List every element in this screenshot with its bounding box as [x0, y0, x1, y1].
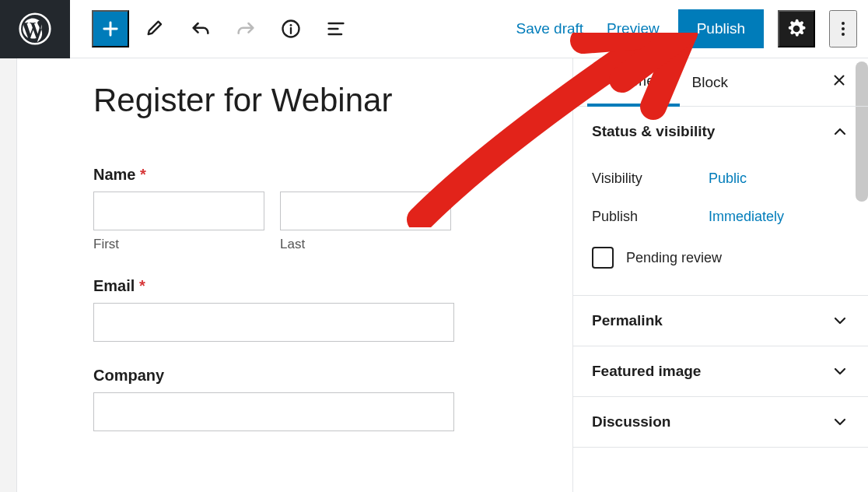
first-name-sublabel: First — [93, 237, 264, 252]
info-button[interactable] — [272, 10, 310, 47]
tab-block[interactable]: Block — [680, 60, 740, 105]
close-icon — [831, 72, 848, 89]
page-title[interactable]: Register for Webinar — [93, 82, 572, 119]
settings-button[interactable] — [778, 10, 815, 47]
undo-icon — [190, 18, 212, 40]
save-draft-button[interactable]: Save draft — [511, 14, 588, 44]
first-name-input[interactable] — [93, 192, 264, 230]
svg-point-3 — [842, 22, 845, 25]
editor-canvas[interactable]: Register for Webinar Name * First Last E… — [0, 58, 572, 492]
gear-icon — [786, 19, 807, 39]
company-field-label: Company — [93, 367, 572, 385]
wordpress-logo[interactable] — [0, 0, 70, 58]
svg-point-4 — [842, 27, 845, 30]
chevron-down-icon — [831, 311, 849, 330]
visibility-value[interactable]: Public — [709, 170, 747, 187]
chevron-down-icon — [831, 413, 849, 431]
redo-icon — [235, 18, 257, 40]
email-input[interactable] — [93, 303, 454, 342]
more-options-button[interactable] — [829, 10, 857, 47]
tab-document[interactable]: Document — [587, 58, 680, 107]
undo-button[interactable] — [182, 10, 219, 47]
company-input[interactable] — [93, 392, 454, 431]
chevron-down-icon — [831, 362, 849, 381]
panel-permalink-header[interactable]: Permalink — [573, 296, 868, 346]
close-sidebar-button[interactable] — [824, 65, 854, 100]
visibility-label: Visibility — [592, 170, 709, 187]
outline-button[interactable] — [317, 10, 355, 47]
publish-date-label: Publish — [592, 209, 709, 225]
pencil-icon — [145, 18, 166, 40]
more-vertical-icon — [834, 19, 852, 38]
add-block-button[interactable] — [92, 10, 129, 47]
last-name-input[interactable] — [280, 192, 451, 230]
publish-date-value[interactable]: Immediately — [709, 209, 784, 225]
info-icon — [280, 18, 302, 40]
svg-point-5 — [842, 33, 845, 36]
pending-review-checkbox[interactable] — [592, 247, 614, 269]
chevron-up-icon — [831, 122, 849, 141]
email-field-label: Email * — [93, 277, 572, 295]
preview-button[interactable]: Preview — [602, 14, 664, 44]
panel-featured-image-header[interactable]: Featured image — [573, 346, 868, 396]
redo-button[interactable] — [227, 10, 264, 47]
panel-discussion-header[interactable]: Discussion — [573, 397, 868, 447]
outline-icon — [325, 18, 347, 40]
edit-mode-button[interactable] — [137, 10, 174, 47]
plus-icon — [100, 18, 121, 40]
pending-review-label: Pending review — [626, 250, 722, 266]
name-field-label: Name * — [93, 166, 572, 184]
svg-point-2 — [290, 24, 292, 26]
last-name-sublabel: Last — [280, 237, 451, 252]
panel-status-visibility-header[interactable]: Status & visibility — [573, 107, 868, 156]
settings-sidebar: Document Block Status & visibility Visib… — [572, 58, 868, 492]
publish-button[interactable]: Publish — [678, 9, 764, 48]
